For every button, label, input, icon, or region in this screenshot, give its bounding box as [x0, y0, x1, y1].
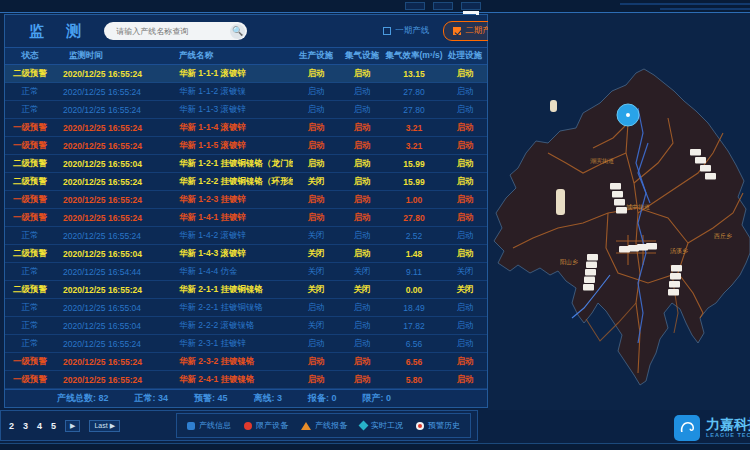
legend-item[interactable]: 实时工况	[360, 420, 403, 431]
page-number-button[interactable]: 2	[9, 421, 14, 431]
map-marker[interactable]	[612, 191, 623, 198]
column-header: 生产设施	[293, 50, 339, 62]
table-row[interactable]: 二级预警 2020/12/25 16:55:24 华新 2-1-1 挂镀铜镍铬 …	[5, 281, 487, 299]
line-name-cell: 华新 2-3-1 挂镀锌	[165, 338, 293, 350]
treatment-facility-cell: 启动	[443, 302, 487, 314]
treatment-facility-cell: 启动	[443, 140, 487, 152]
map-marker[interactable]	[705, 173, 716, 180]
production-facility-cell: 启动	[293, 122, 339, 134]
table-header: 状态监测时间产线名称生产设施集气设施集气效率(m³/s)处理设施	[5, 48, 487, 65]
line-name-cell: 华新 1-1-4 滚镀锌	[165, 122, 293, 134]
gas-rate-cell: 0.00	[385, 285, 443, 295]
status-cell: 正常	[5, 104, 55, 116]
table-row[interactable]: 正常 2020/12/25 16:55:24 华新 1-4-2 滚镀锌 关闭 启…	[5, 227, 487, 245]
map-marker[interactable]	[695, 157, 706, 164]
column-header: 监测时间	[55, 50, 165, 62]
map-marker[interactable]	[668, 289, 679, 296]
production-facility-cell: 启动	[293, 374, 339, 386]
map-marker[interactable]	[690, 149, 701, 156]
next-page-button[interactable]: ▶	[65, 420, 80, 432]
line-name-cell: 华新 2-3-2 挂镀镍铬	[165, 356, 293, 368]
table-row[interactable]: 二级预警 2020/12/25 16:55:04 华新 1-2-1 挂镀铜镍铬（…	[5, 155, 487, 173]
map-marker[interactable]	[669, 281, 680, 288]
map-marker[interactable]	[646, 243, 657, 250]
map-marker[interactable]	[616, 207, 627, 214]
treatment-facility-cell: 启动	[443, 68, 487, 80]
gas-rate-cell: 9.11	[385, 267, 443, 277]
column-header: 产线名称	[165, 50, 293, 62]
page-number-button[interactable]: 3	[23, 421, 28, 431]
gas-facility-cell: 启动	[339, 158, 385, 170]
production-facility-cell: 启动	[293, 140, 339, 152]
map-marker[interactable]	[584, 277, 595, 284]
table-row[interactable]: 一级预警 2020/12/25 16:55:24 华新 1-2-3 挂镀锌 启动…	[5, 191, 487, 209]
map-marker[interactable]	[583, 284, 594, 291]
map-marker[interactable]	[586, 262, 597, 269]
time-cell: 2020/12/25 16:55:24	[55, 177, 165, 187]
page-number-button[interactable]: 5	[51, 421, 56, 431]
time-cell: 2020/12/25 16:54:44	[55, 267, 165, 277]
time-cell: 2020/12/25 16:55:24	[55, 87, 165, 97]
map-marker[interactable]	[587, 254, 598, 261]
gas-facility-cell: 启动	[339, 68, 385, 80]
gas-facility-cell: 关闭	[339, 266, 385, 278]
treatment-facility-cell: 启动	[443, 248, 487, 260]
table-row[interactable]: 正常 2020/12/25 16:55:24 华新 2-3-1 挂镀锌 启动 启…	[5, 335, 487, 353]
pagination: 2345▶Last ▶	[9, 420, 120, 432]
column-header: 集气效率(m³/s)	[385, 50, 443, 62]
table-row[interactable]: 二级预警 2020/12/25 16:55:24 华新 1-1-1 滚镀锌 启动…	[5, 65, 487, 83]
district-map[interactable]: 湖滨街道城中街道阳山乡汤溪乡西丘乡	[488, 13, 750, 410]
map-marker[interactable]	[671, 265, 682, 272]
table-row[interactable]: 一级预警 2020/12/25 16:55:24 华新 1-4-1 挂镀锌 启动…	[5, 209, 487, 227]
search-box: 🔍	[104, 22, 247, 40]
map-marker[interactable]	[610, 183, 621, 190]
legend-item[interactable]: 产线报备	[301, 420, 347, 431]
time-cell: 2020/12/25 16:55:04	[55, 321, 165, 331]
legend-item[interactable]: 产线信息	[187, 420, 231, 431]
map-marker[interactable]	[585, 269, 596, 276]
last-page-button[interactable]: Last ▶	[89, 420, 120, 432]
line-name-cell: 华新 1-4-2 滚镀锌	[165, 230, 293, 242]
gas-rate-cell: 5.80	[385, 375, 443, 385]
table-row[interactable]: 正常 2020/12/25 16:55:04 华新 2-2-2 滚镀镍铬 关闭 …	[5, 317, 487, 335]
gas-rate-cell: 3.21	[385, 141, 443, 151]
table-row[interactable]: 一级预警 2020/12/25 16:55:24 华新 1-1-4 滚镀锌 启动…	[5, 119, 487, 137]
map-legend: 产线信息限产设备产线报备实时工况预警历史	[176, 413, 471, 438]
map-marker[interactable]	[700, 165, 711, 172]
production-facility-cell: 启动	[293, 338, 339, 350]
panel-header: 监 测 🔍 一期产线 二期产线	[5, 15, 487, 48]
table-row[interactable]: 正常 2020/12/25 16:54:44 华新 1-4-4 仿金 关闭 关闭…	[5, 263, 487, 281]
line-name-cell: 华新 1-2-3 挂镀锌	[165, 194, 293, 206]
production-facility-cell: 关闭	[293, 230, 339, 242]
legend-item[interactable]: 限产设备	[244, 420, 288, 431]
search-icon[interactable]: 🔍	[230, 24, 245, 39]
search-input[interactable]	[104, 27, 230, 36]
table-row[interactable]: 一级预警 2020/12/25 16:55:24 华新 1-1-5 滚镀锌 启动…	[5, 137, 487, 155]
alert-history-icon	[416, 422, 424, 430]
table-row[interactable]: 正常 2020/12/25 16:55:24 华新 1-1-3 滚镀锌 启动 启…	[5, 101, 487, 119]
table-row[interactable]: 正常 2020/12/25 16:55:24 华新 1-1-2 滚镀镍 启动 启…	[5, 83, 487, 101]
line-info-icon	[187, 422, 195, 430]
gas-facility-cell: 启动	[339, 320, 385, 332]
top-decor-line	[620, 3, 750, 5]
table-row[interactable]: 二级预警 2020/12/25 16:55:04 华新 1-4-3 滚镀锌 关闭…	[5, 245, 487, 263]
line-name-cell: 华新 2-4-1 挂镀镍铬	[165, 374, 293, 386]
table-row[interactable]: 一级预警 2020/12/25 16:55:24 华新 2-4-1 挂镀镍铬 启…	[5, 371, 487, 389]
phase1-checkbox[interactable]: 一期产线	[383, 25, 429, 37]
gas-facility-cell: 启动	[339, 122, 385, 134]
table-row[interactable]: 一级预警 2020/12/25 16:55:24 华新 2-3-2 挂镀镍铬 启…	[5, 353, 487, 371]
gas-facility-cell: 启动	[339, 356, 385, 368]
table-row[interactable]: 二级预警 2020/12/25 16:55:24 华新 1-2-2 挂镀铜镍铬（…	[5, 173, 487, 191]
map-area-highlight	[550, 100, 557, 112]
legend-item[interactable]: 预警历史	[416, 420, 460, 431]
legend-label: 预警历史	[428, 420, 460, 431]
phase1-label: 一期产线	[395, 25, 429, 37]
map-marker[interactable]	[670, 273, 681, 280]
gas-rate-cell: 13.15	[385, 69, 443, 79]
gas-rate-cell: 1.00	[385, 195, 443, 205]
page-number-button[interactable]: 4	[37, 421, 42, 431]
line-name-cell: 华新 1-1-2 滚镀镍	[165, 86, 293, 98]
table-row[interactable]: 正常 2020/12/25 16:55:04 华新 2-2-1 挂镀铜镍铬 启动…	[5, 299, 487, 317]
map-marker[interactable]	[614, 199, 625, 206]
top-decor-rect	[461, 2, 481, 10]
